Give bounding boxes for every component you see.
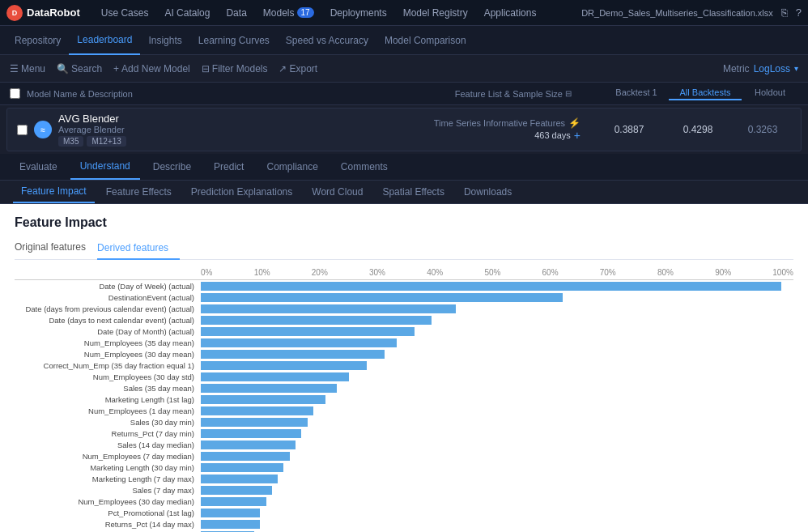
- bar-fill: [201, 418, 308, 427]
- derived-features-toggle[interactable]: Derived features: [97, 239, 180, 260]
- original-features-toggle[interactable]: Original features: [15, 238, 97, 259]
- bar-row: DestinationEvent (actual): [15, 292, 793, 303]
- bar-area: [201, 428, 793, 439]
- logo[interactable]: D DataRobot: [6, 5, 80, 21]
- nav-item-models[interactable]: Models17: [255, 0, 322, 26]
- nav-item-data[interactable]: Data: [218, 0, 254, 26]
- tab-evaluate[interactable]: Evaluate: [10, 155, 67, 179]
- axis-label: 50%: [484, 268, 500, 277]
- bar-fill: [201, 475, 278, 483]
- bar-area: [201, 406, 793, 416]
- tab-understand[interactable]: Understand: [70, 154, 140, 180]
- backtest1-header[interactable]: Backtest 1: [604, 87, 669, 100]
- select-all-checkbox[interactable]: [10, 88, 20, 99]
- tab-describe[interactable]: Describe: [143, 155, 201, 179]
- filter-icon[interactable]: ⊟: [565, 89, 572, 98]
- bar-area: [201, 349, 793, 360]
- nav-item-ai-catalog[interactable]: AI Catalog: [156, 0, 218, 26]
- axis-label: 0%: [201, 268, 212, 277]
- toolbar-item-filter-models[interactable]: ⊟Filter Models: [202, 63, 268, 74]
- nav-right: DR_Demo_Sales_Multiseries_Classification…: [581, 6, 802, 19]
- ts-label: Time Series Informative Features ⚡: [434, 117, 580, 129]
- tab-comments[interactable]: Comments: [331, 155, 398, 179]
- bar-label: Sales (35 day mean): [15, 384, 201, 393]
- bar-area: [201, 372, 793, 382]
- bar-label: Num_Employees (7 day median): [15, 452, 201, 461]
- toolbar-item-search[interactable]: 🔍Search: [57, 63, 102, 74]
- all-backtests-header[interactable]: All Backtests: [669, 87, 742, 100]
- bar-row: Date (days from previous calendar event)…: [15, 304, 793, 314]
- nav-item-deployments[interactable]: Deployments: [322, 0, 395, 26]
- bar-label: Num_Employees (30 day std): [15, 372, 201, 381]
- menu-icon: ☰: [10, 63, 19, 74]
- tab-compliance[interactable]: Compliance: [257, 155, 327, 179]
- bar-row: Sales (14 day median): [15, 440, 793, 450]
- bar-label: Date (days to next calendar event) (actu…: [15, 316, 201, 325]
- nav-item-model-registry[interactable]: Model Registry: [395, 0, 476, 26]
- sub-tab-spatial-effects[interactable]: Spatial Effects: [374, 181, 453, 202]
- bar-fill: [201, 520, 260, 529]
- add new model-icon: +: [113, 63, 119, 74]
- bar-label: Correct_Num_Emp (35 day fraction equal 1…: [15, 361, 201, 370]
- sub-tab-downloads[interactable]: Downloads: [456, 181, 520, 202]
- all-backtests-score: 0.4298: [661, 124, 734, 135]
- bar-row: Sales (30 day min): [15, 417, 793, 428]
- axis-label: 20%: [312, 268, 328, 277]
- sub-nav-item-model-comparison[interactable]: Model Comparison: [376, 26, 474, 55]
- model-checkbox[interactable]: [17, 125, 28, 135]
- bar-area: [201, 304, 793, 314]
- nav-item-applications[interactable]: Applications: [476, 0, 545, 26]
- sub-nav-item-speed-vs-accuracy[interactable]: Speed vs Accuracy: [278, 26, 376, 55]
- model-name-column-header: Model Name & Description: [27, 89, 455, 99]
- tab-predict[interactable]: Predict: [204, 155, 253, 179]
- bar-row: Date (Day of Week) (actual): [15, 281, 793, 292]
- bar-row: Date (days to next calendar event) (actu…: [15, 315, 793, 326]
- model-row[interactable]: ≈ AVG Blender Average Blender M35M12+13 …: [6, 108, 802, 151]
- bar-area: [201, 451, 793, 462]
- sub-nav-item-repository[interactable]: Repository: [6, 26, 69, 55]
- bar-row: Marketing Length (30 day min): [15, 462, 793, 473]
- model-column-header: Model Name & Description Feature List & …: [0, 83, 808, 105]
- top-nav: D DataRobot Use CasesAI CatalogDataModel…: [0, 0, 808, 26]
- bar-fill: [201, 497, 266, 506]
- content-area: Feature Impact Original features Derived…: [0, 204, 808, 532]
- bar-area: [201, 326, 793, 337]
- metric-value[interactable]: LogLoss: [754, 63, 790, 74]
- bar-area: [201, 474, 793, 484]
- bar-area: [201, 360, 793, 371]
- nav-item-use-cases[interactable]: Use Cases: [93, 0, 157, 26]
- toolbar-item-menu[interactable]: ☰Menu: [10, 63, 45, 74]
- bar-fill: [201, 372, 349, 381]
- sub-tab-feature-effects[interactable]: Feature Effects: [98, 181, 180, 202]
- sub-nav-item-insights[interactable]: Insights: [140, 26, 189, 55]
- bar-row: Marketing Length (7 day max): [15, 474, 793, 484]
- axis-label: 30%: [369, 268, 385, 277]
- model-info: AVG Blender Average Blender M35M12+13: [58, 113, 434, 147]
- sub-tab-feature-impact[interactable]: Feature Impact: [13, 181, 95, 203]
- add-days-icon[interactable]: +: [574, 129, 580, 142]
- metric-chevron-icon[interactable]: ▾: [794, 64, 798, 73]
- bar-row: Sales (35 day mean): [15, 383, 793, 394]
- help-icon[interactable]: ?: [796, 6, 802, 19]
- toolbar-item-add-new-model[interactable]: +Add New Model: [113, 63, 190, 74]
- toolbar-item-export[interactable]: ↗Export: [279, 63, 317, 74]
- model-icon: ≈: [34, 121, 52, 138]
- sub-nav-item-learning-curves[interactable]: Learning Curves: [190, 26, 278, 55]
- bar-label: Sales (30 day min): [15, 418, 201, 427]
- nav-badge: 17: [297, 7, 314, 18]
- holdout-header[interactable]: Holdout: [742, 87, 798, 100]
- share-icon[interactable]: ⎘: [781, 6, 788, 19]
- bar-row: Returns_Pct (7 day min): [15, 428, 793, 439]
- backtest1-score: 0.3887: [597, 124, 661, 135]
- sub-tab-prediction-explanations[interactable]: Prediction Explanations: [183, 181, 300, 202]
- sub-nav-item-leaderboard[interactable]: Leaderboard: [69, 26, 140, 55]
- bar-row: Num_Employees (30 day mean): [15, 349, 793, 360]
- bar-row: Num_Employees (7 day median): [15, 451, 793, 462]
- bar-row: Num_Employees (35 day mean): [15, 338, 793, 348]
- sub-nav: RepositoryLeaderboardInsightsLearning Cu…: [0, 26, 808, 55]
- ts-days: 463 days +: [434, 129, 580, 142]
- axis-label: 10%: [254, 268, 270, 277]
- filter models-icon: ⊟: [202, 63, 210, 74]
- sub-tab-word-cloud[interactable]: Word Cloud: [304, 181, 371, 202]
- feature-list-column-header: Feature List & Sample Size ⊟: [455, 89, 572, 99]
